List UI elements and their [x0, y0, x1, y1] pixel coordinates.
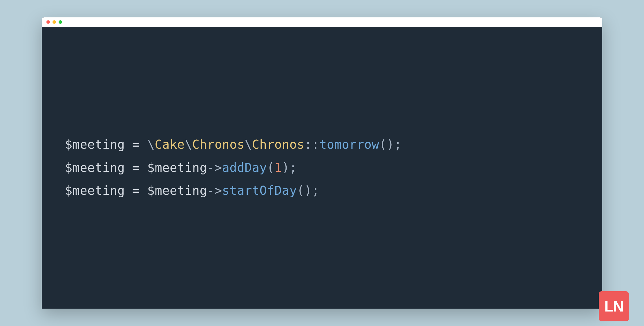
window-titlebar [42, 17, 602, 27]
token-space [140, 183, 147, 198]
token-space [140, 137, 147, 152]
token-arrow: -> [207, 161, 222, 175]
maximize-icon[interactable] [59, 20, 62, 24]
code-line-2: $meeting = $meeting->addDay(1); [65, 161, 297, 175]
token-namespace: Cake [155, 137, 184, 152]
token-semicolon: ; [290, 161, 297, 175]
token-equals: = [132, 161, 140, 175]
token-number: 1 [274, 161, 282, 175]
token-semicolon: ; [394, 137, 402, 152]
token-scope: :: [304, 137, 319, 152]
code-editor-window: $meeting = \Cake\Chronos\Chronos::tomorr… [42, 17, 602, 309]
token-backslash: \ [147, 137, 155, 152]
token-variable: $meeting [65, 183, 125, 198]
token-backslash: \ [185, 137, 192, 152]
token-space [125, 161, 132, 175]
code-line-3: $meeting = $meeting->startOfDay(); [65, 183, 319, 198]
token-method: startOfDay [222, 183, 297, 198]
token-space [125, 137, 132, 152]
token-space [125, 183, 132, 198]
token-arrow: -> [207, 183, 222, 198]
token-method: tomorrow [319, 137, 379, 152]
token-variable: $meeting [65, 161, 125, 175]
token-backslash: \ [245, 137, 252, 152]
token-variable: $meeting [147, 161, 207, 175]
token-parens: () [379, 137, 394, 152]
token-method: addDay [222, 161, 267, 175]
token-rparen: ) [282, 161, 290, 175]
token-parens: () [297, 183, 312, 198]
code-line-1: $meeting = \Cake\Chronos\Chronos::tomorr… [65, 137, 402, 152]
code-block: $meeting = \Cake\Chronos\Chronos::tomorr… [65, 133, 402, 202]
token-variable: $meeting [147, 183, 207, 198]
token-equals: = [132, 183, 140, 198]
close-icon[interactable] [46, 20, 50, 24]
token-semicolon: ; [312, 183, 319, 198]
minimize-icon[interactable] [53, 20, 56, 24]
token-class: Chronos [252, 137, 305, 152]
token-lparen: ( [267, 161, 274, 175]
code-editor-area: $meeting = \Cake\Chronos\Chronos::tomorr… [42, 27, 602, 309]
token-namespace: Chronos [192, 137, 245, 152]
token-variable: $meeting [65, 137, 125, 152]
logo-badge: LN [599, 291, 629, 321]
token-equals: = [132, 137, 140, 152]
logo-text: LN [604, 298, 623, 315]
token-space [140, 161, 147, 175]
